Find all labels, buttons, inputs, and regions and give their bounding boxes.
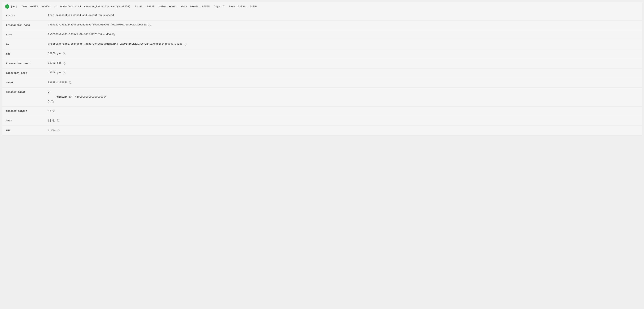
row-decoded-input: decoded input { "uint256 a": "5000000000… [2, 88, 642, 107]
copy-logs-button-1[interactable] [52, 119, 55, 122]
logs-text: [] [48, 119, 51, 122]
row-to: to OrderContract1.transfer_PatnerContrac… [2, 40, 642, 49]
decoded-output-text: {} [48, 109, 51, 112]
header-value-value: 0 wei [169, 5, 177, 8]
decoded-input-close-brace: } [48, 99, 50, 104]
header-contract-addr: 0xd91...39138 [135, 5, 154, 8]
value-to: OrderContract1.transfer_PatnerContract(u… [48, 42, 638, 46]
transaction-content: status true Transaction mined and execut… [2, 11, 642, 135]
svg-rect-8 [54, 111, 55, 112]
label-decoded-input: decoded input [6, 90, 48, 94]
decoded-input-open-brace: { [48, 90, 106, 95]
label-gas: gas [6, 52, 48, 55]
copy-to-button[interactable] [184, 43, 187, 46]
label-logs: logs [6, 119, 48, 122]
header-hash-value: 0x9aa...0c86a [238, 5, 257, 8]
copy-input-button[interactable] [68, 81, 72, 84]
copy-logs-button-2[interactable] [56, 119, 60, 122]
label-val: val [6, 128, 48, 132]
transaction-cost-text: 33782 gas [48, 62, 62, 64]
value-val: 0 wei [48, 128, 638, 132]
header-from-label: from: [22, 5, 29, 8]
row-gas: gas 38850 gas [2, 49, 642, 59]
svg-rect-5 [64, 72, 65, 74]
row-decoded-output: decoded output {} [2, 107, 642, 116]
svg-rect-1 [113, 34, 115, 36]
value-logs: [] [48, 119, 638, 122]
status-text: true Transaction mined and execution suc… [48, 14, 114, 17]
value-decoded-output: {} [48, 109, 638, 112]
svg-rect-4 [64, 63, 65, 64]
value-status: true Transaction mined and execution suc… [48, 14, 638, 17]
copy-val-button[interactable] [57, 129, 60, 132]
value-transaction-hash: 0x9aad272a921248ec41f62e9b397f859cae3995… [48, 23, 638, 26]
input-text: 0xea0...80000 [48, 81, 68, 84]
header-value-label: value: [159, 5, 168, 8]
label-transaction-hash: transaction hash [6, 23, 48, 26]
header-logs-label: logs: [214, 5, 222, 8]
label-status: status [6, 14, 48, 17]
copy-decoded-input-button[interactable] [51, 100, 54, 103]
row-status: status true Transaction mined and execut… [2, 11, 642, 21]
transaction-hash-text: 0x9aad272a921248ec41f62e9b397f859cae3995… [48, 23, 147, 26]
svg-rect-3 [64, 53, 65, 55]
header-data-value: 0xea0...80000 [190, 5, 210, 8]
decoded-input-block: { "uint256 a": "5000000000000000000" } [48, 90, 106, 104]
copy-transaction-cost-button[interactable] [62, 62, 66, 65]
svg-rect-10 [58, 120, 59, 122]
vm-label: [vm] [11, 5, 17, 8]
row-input: input 0xea0...80000 [2, 78, 642, 88]
decoded-input-key: "uint256 a": "5000000000000000000" [56, 95, 106, 98]
svg-rect-6 [70, 82, 72, 84]
transaction-panel: ✓ [vm] from: 0x5B3...eddC4 to: OrderCont… [2, 2, 642, 135]
row-transaction-cost: transaction cost 33782 gas [2, 59, 642, 68]
svg-rect-2 [185, 44, 186, 45]
copy-gas-button[interactable] [62, 52, 66, 55]
copy-decoded-output-button[interactable] [52, 109, 55, 112]
header-to-label: to: [54, 5, 58, 8]
value-execution-cost: 12506 gas [48, 71, 638, 74]
gas-text: 38850 gas [48, 52, 62, 55]
execution-cost-text: 12506 gas [48, 71, 62, 74]
decoded-input-close: } [48, 99, 106, 104]
row-from: from 0x5B38Da6a701c568545dCfcB03FcB875f5… [2, 30, 642, 40]
val-text: 0 wei [48, 128, 56, 131]
value-from: 0x5B38Da6a701c568545dCfcB03FcB875f56bedd… [48, 33, 638, 36]
label-transaction-cost: transaction cost [6, 62, 48, 65]
header-to-value: OrderContract1.transfer_PatnerContract(u… [60, 5, 130, 8]
copy-transaction-hash-button[interactable] [148, 23, 151, 26]
label-to: to [6, 42, 48, 46]
svg-rect-7 [52, 101, 54, 103]
header-data-label: data: [181, 5, 188, 8]
label-execution-cost: execution cost [6, 71, 48, 74]
row-logs: logs [] [2, 116, 642, 126]
svg-rect-11 [58, 130, 59, 131]
value-gas: 38850 gas [48, 52, 638, 55]
transaction-header: ✓ [vm] from: 0x5B3...eddC4 to: OrderCont… [2, 2, 642, 11]
copy-from-button[interactable] [112, 33, 115, 36]
header-from-value: 0x5B3...eddC4 [30, 5, 50, 8]
value-transaction-cost: 33782 gas [48, 62, 638, 65]
success-icon: ✓ [5, 4, 10, 8]
header-logs-value: 0 [223, 5, 224, 8]
value-input: 0xea0...80000 [48, 81, 638, 84]
decoded-input-inner: "uint256 a": "5000000000000000000" [48, 95, 106, 99]
svg-rect-9 [54, 120, 55, 122]
label-input: input [6, 81, 48, 84]
label-from: from [6, 33, 48, 36]
row-transaction-hash: transaction hash 0x9aad272a921248ec41f62… [2, 21, 642, 30]
copy-execution-cost-button[interactable] [62, 71, 66, 74]
value-decoded-input: { "uint256 a": "5000000000000000000" } [48, 90, 638, 104]
row-val: val 0 wei [2, 126, 642, 135]
label-decoded-output: decoded output [6, 109, 48, 112]
header-hash-label: hash: [229, 5, 236, 8]
svg-rect-0 [149, 25, 150, 26]
to-text: OrderContract1.transfer_PatnerContract(u… [48, 42, 182, 45]
from-text: 0x5B38Da6a701c568545dCfcB03FcB875f56bedd… [48, 33, 111, 36]
row-execution-cost: execution cost 12506 gas [2, 68, 642, 78]
header-text: [vm] from: 0x5B3...eddC4 to: OrderContra… [11, 5, 257, 8]
